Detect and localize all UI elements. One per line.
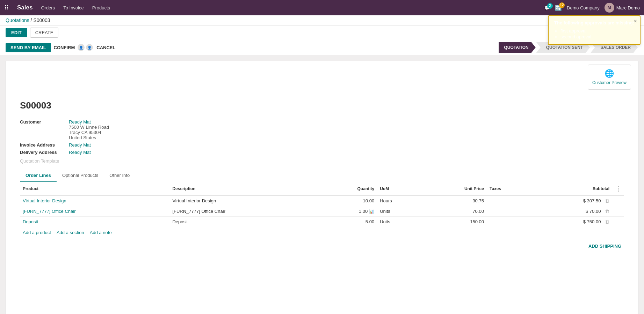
avatar-1: 👤	[77, 43, 85, 52]
product-link-1[interactable]: Virtual Interior Design	[23, 198, 66, 203]
notification-list: first approval second aproval	[554, 28, 634, 39]
delete-row-2-icon[interactable]: 🗑	[605, 209, 609, 214]
col-taxes: Taxes	[487, 182, 531, 196]
col-unit-price: Unit Price	[422, 182, 487, 196]
col-subtotal: Subtotal	[531, 182, 612, 196]
add-shipping-button[interactable]: ADD SHIPPING	[588, 244, 621, 249]
taxes-1	[487, 196, 531, 206]
breadcrumb-parent[interactable]: Quotations	[6, 17, 29, 23]
close-notification-button[interactable]: ×	[634, 18, 637, 24]
main-content: 🌐 Customer Preview S00003 Customer Ready…	[0, 55, 644, 314]
qty-1[interactable]: 10.00	[319, 196, 377, 206]
uom-3: Units	[377, 217, 422, 227]
invoice-address-label: Invoice Address	[20, 142, 69, 148]
avatar: M	[605, 3, 614, 13]
customer-label: Customer	[20, 119, 69, 125]
taxes-3	[487, 217, 531, 227]
price-3[interactable]: 150.00	[422, 217, 487, 227]
apps-icon[interactable]: ⠿	[4, 4, 9, 12]
add-product-link[interactable]: Add a product	[23, 230, 51, 235]
address-line1: 7500 W Linne Road	[69, 125, 109, 130]
col-description: Description	[169, 182, 319, 196]
table-row: [FURN_7777] Office Chair [FURN_7777] Off…	[20, 206, 624, 217]
approval-item-1: first approval	[560, 28, 634, 33]
col-quantity: Quantity	[319, 182, 377, 196]
nav-orders[interactable]: Orders	[41, 5, 55, 10]
desc-2: [FURN_7777] Office Chair	[169, 206, 319, 217]
desc-3: Deposit	[169, 217, 319, 227]
breadcrumb-bar: Quotations / S00003	[0, 15, 644, 25]
quotation-template-label[interactable]: Quotation Template	[20, 158, 59, 164]
confirm-avatars: 👤 👤	[77, 43, 94, 52]
send-email-button[interactable]: SEND BY EMAIL	[6, 43, 51, 52]
document-number: S00003	[20, 100, 624, 111]
tab-optional-products[interactable]: Optional Products	[57, 169, 104, 182]
col-uom: UoM	[377, 182, 422, 196]
updates-icon[interactable]: 🔄 12	[555, 5, 562, 11]
tabs: Order Lines Optional Products Other Info	[6, 169, 638, 182]
add-shipping-row: ADD SHIPPING	[6, 241, 638, 252]
price-1[interactable]: 30.75	[422, 196, 487, 206]
table-row: Deposit Deposit 5.00 Units 150.00 $ 750.…	[20, 217, 624, 227]
globe-icon: 🌐	[605, 69, 614, 78]
col-product: Product	[20, 182, 169, 196]
desc-1: Virtual Interior Design	[169, 196, 319, 206]
approval-notification: × The following approvals are missing: f…	[548, 15, 641, 45]
add-note-link[interactable]: Add a note	[90, 230, 112, 235]
create-button[interactable]: CREATE	[30, 28, 59, 38]
add-section-link[interactable]: Add a section	[57, 230, 84, 235]
top-nav: ⠿ Sales Orders To Invoice Products 💬 2 🔄…	[0, 0, 644, 15]
company-name: Demo Company	[567, 5, 600, 10]
price-2[interactable]: 70.00	[422, 206, 487, 217]
breadcrumb-current: S00003	[33, 17, 50, 23]
user-menu[interactable]: M Marc Demo	[605, 3, 640, 13]
subtotal-3: $ 750.00 🗑	[531, 217, 612, 227]
edit-button[interactable]: EDIT	[6, 28, 27, 37]
action-bar: EDIT CREATE 🖨 Print ⚙ Action	[0, 25, 644, 40]
product-link-3[interactable]: Deposit	[23, 219, 38, 224]
breadcrumb: Quotations / S00003	[6, 17, 50, 23]
qty-3[interactable]: 5.00	[319, 217, 377, 227]
delete-row-3-icon[interactable]: 🗑	[605, 219, 609, 224]
delivery-address-label: Delivery Address	[20, 150, 69, 155]
address-line3: United States	[69, 135, 109, 140]
subtotal-1: $ 307.50 🗑	[531, 196, 612, 206]
subtotal-2: $ 70.00 🗑	[531, 206, 612, 217]
customer-preview-button[interactable]: 🌐 Customer Preview	[588, 65, 631, 90]
address-line2: Tracy CA 95304	[69, 130, 109, 135]
column-options-icon[interactable]: ⋮	[615, 185, 621, 192]
avatar-2: 👤	[85, 43, 94, 52]
tab-order-lines[interactable]: Order Lines	[20, 169, 57, 182]
pipeline-step-quotation[interactable]: QUOTATION	[499, 42, 536, 53]
cancel-button[interactable]: CANCEL	[96, 45, 115, 50]
forecast-icon[interactable]: 📊	[369, 209, 374, 214]
document-header: S00003 Customer Ready Mat 7500 W Linne R…	[6, 90, 638, 169]
taxes-2	[487, 206, 531, 217]
confirm-button[interactable]: CONFIRM 👤 👤	[54, 43, 94, 52]
brand-logo: Sales	[17, 4, 32, 11]
col-actions: ⋮	[612, 182, 624, 196]
table-row: Virtual Interior Design Virtual Interior…	[20, 196, 624, 206]
add-links-row: Add a product Add a section Add a note	[6, 227, 638, 241]
tab-other-info[interactable]: Other Info	[104, 169, 135, 182]
product-link-2[interactable]: [FURN_7777] Office Chair	[23, 209, 76, 214]
chat-icon[interactable]: 💬 2	[544, 5, 550, 10]
customer-value[interactable]: Ready Mat	[69, 119, 109, 125]
nav-products[interactable]: Products	[92, 5, 110, 10]
delete-row-1-icon[interactable]: 🗑	[605, 198, 609, 203]
nav-to-invoice[interactable]: To Invoice	[63, 5, 84, 10]
approval-item-2: second aproval	[560, 34, 634, 39]
uom-1: Hours	[377, 196, 422, 206]
uom-2: Units	[377, 206, 422, 217]
order-lines-table: Product Description Quantity UoM Unit Pr…	[6, 182, 638, 227]
qty-2[interactable]: 1.00 📊	[319, 206, 377, 217]
notification-title: The following approvals are missing:	[554, 20, 634, 25]
invoice-address-value[interactable]: Ready Mat	[69, 142, 91, 148]
user-name: Marc Demo	[616, 5, 640, 10]
status-bar: SEND BY EMAIL CONFIRM 👤 👤 CANCEL QUOTATI…	[0, 40, 644, 55]
delivery-address-value[interactable]: Ready Mat	[69, 150, 91, 155]
document-panel: 🌐 Customer Preview S00003 Customer Ready…	[6, 61, 638, 314]
